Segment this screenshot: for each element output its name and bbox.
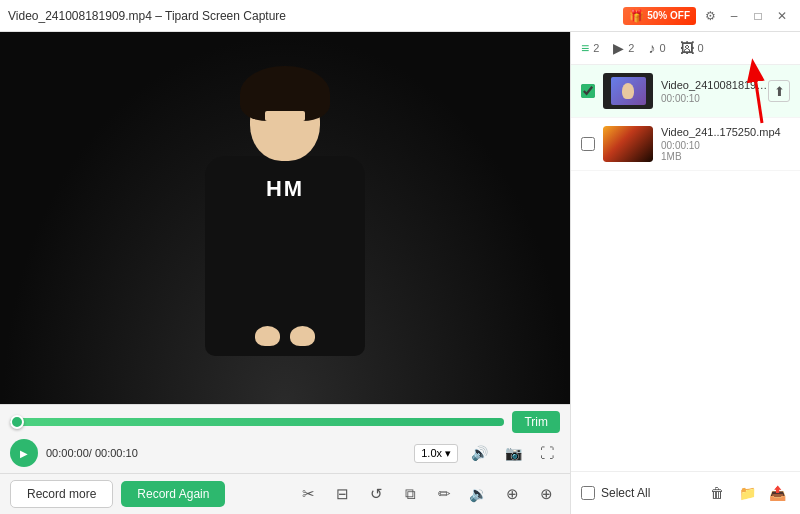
file-name-2: Video_241..175250.mp4 xyxy=(661,126,790,138)
file-list: Video_241008181909.mp4 00:00:10 ⬆ Video_… xyxy=(571,65,800,471)
record-again-button[interactable]: Record Again xyxy=(121,481,225,507)
play-icon: ▶ xyxy=(613,40,624,56)
list-icon: ≡ xyxy=(581,40,589,56)
speed-value: 1.0x xyxy=(421,447,442,459)
file-name-1: Video_241008181909.mp4 xyxy=(661,79,768,91)
file-thumb-1 xyxy=(603,73,653,109)
scissors-icon[interactable]: ✂ xyxy=(294,480,322,508)
refresh-icon[interactable]: ↺ xyxy=(362,480,390,508)
tab-image[interactable]: 🖼 0 xyxy=(680,40,704,56)
more-icon[interactable]: ⊕ xyxy=(532,480,560,508)
video-frame: HM xyxy=(0,32,570,404)
record-more-button[interactable]: Record more xyxy=(10,480,113,508)
tab-audio[interactable]: ♪ 0 xyxy=(648,40,665,56)
video-count: 2 xyxy=(593,42,599,54)
progress-track[interactable] xyxy=(10,418,504,426)
edit-icon[interactable]: ✏ xyxy=(430,480,458,508)
left-panel: HM xyxy=(0,32,570,514)
file-item-2[interactable]: Video_241..175250.mp4 00:00:10 1MB xyxy=(571,118,800,171)
person-figure: HM xyxy=(205,81,365,356)
delete-button[interactable]: 🗑 xyxy=(704,480,730,506)
file-actions-1: ⬆ xyxy=(768,80,790,102)
minimize-button[interactable]: – xyxy=(724,6,744,26)
music-icon: ♪ xyxy=(648,40,655,56)
audio-mix-icon[interactable]: ⊕ xyxy=(498,480,526,508)
promo-text: 50% OFF xyxy=(647,10,690,21)
trim-button[interactable]: Trim xyxy=(512,411,560,433)
play-button[interactable]: ▶ xyxy=(10,439,38,467)
select-all-container: Select All xyxy=(581,486,650,500)
file-checkbox-1[interactable] xyxy=(581,84,595,98)
playback-row: ▶ 00:00:00/ 00:00:10 1.0x ▾ 🔊 📷 ⛶ xyxy=(10,439,560,467)
adjust-icon[interactable]: ⊟ xyxy=(328,480,356,508)
file-info-1: Video_241008181909.mp4 00:00:10 xyxy=(661,79,768,104)
bottom-action-bar: Record more Record Again ✂ ⊟ ↺ ⧉ ✏ 🔉 ⊕ ⊕ xyxy=(0,473,570,514)
fullscreen-icon[interactable]: ⛶ xyxy=(534,440,560,466)
playback-speed[interactable]: 1.0x ▾ xyxy=(414,444,458,463)
volume-icon[interactable]: 🔊 xyxy=(466,440,492,466)
tab-play[interactable]: ▶ 2 xyxy=(613,40,634,56)
audio-count: 0 xyxy=(659,42,665,54)
progress-fill xyxy=(10,418,504,426)
video-area[interactable]: HM xyxy=(0,32,570,404)
list-bottom: Select All 🗑 📁 📤 xyxy=(571,471,800,514)
image-icon: 🖼 xyxy=(680,40,694,56)
gift-icon: 🎁 xyxy=(629,9,644,23)
chevron-down-icon: ▾ xyxy=(445,447,451,460)
file-thumb-2 xyxy=(603,126,653,162)
main-layout: HM xyxy=(0,32,800,514)
audio-adjust-icon[interactable]: 🔉 xyxy=(464,480,492,508)
tab-video[interactable]: ≡ 2 xyxy=(581,40,599,56)
video-player: HM xyxy=(0,32,570,404)
title-bar-left: Video_241008181909.mp4 – Tipard Screen C… xyxy=(8,9,286,23)
camera-icon[interactable]: 📷 xyxy=(500,440,526,466)
settings-icon[interactable]: ⚙ xyxy=(700,6,720,26)
play-count: 2 xyxy=(628,42,634,54)
controls-bar: Trim ▶ 00:00:00/ 00:00:10 1.0x ▾ 🔊 📷 ⛶ xyxy=(0,404,570,473)
maximize-button[interactable]: □ xyxy=(748,6,768,26)
image-count: 0 xyxy=(698,42,704,54)
bottom-icons: ✂ ⊟ ↺ ⧉ ✏ 🔉 ⊕ ⊕ xyxy=(233,480,560,508)
copy-icon[interactable]: ⧉ xyxy=(396,480,424,508)
hm-logo: HM xyxy=(266,176,304,201)
folder-button[interactable]: 📁 xyxy=(734,480,760,506)
title-bar-right: 🎁 50% OFF ⚙ – □ ✕ xyxy=(623,6,792,26)
promo-badge[interactable]: 🎁 50% OFF xyxy=(623,7,696,25)
file-duration-1: 00:00:10 xyxy=(661,93,768,104)
progress-row: Trim xyxy=(10,411,560,433)
export-button[interactable]: 📤 xyxy=(764,480,790,506)
share-button-1[interactable]: ⬆ xyxy=(768,80,790,102)
close-button[interactable]: ✕ xyxy=(772,6,792,26)
time-display: 00:00:00/ 00:00:10 xyxy=(46,447,138,459)
tab-bar: ≡ 2 ▶ 2 ♪ 0 🖼 0 xyxy=(571,32,800,65)
list-action-buttons: 🗑 📁 📤 xyxy=(704,480,790,506)
file-info-2: Video_241..175250.mp4 00:00:10 1MB xyxy=(661,126,790,162)
select-all-checkbox[interactable] xyxy=(581,486,595,500)
file-checkbox-2[interactable] xyxy=(581,137,595,151)
right-panel: ≡ 2 ▶ 2 ♪ 0 🖼 0 xyxy=(570,32,800,514)
person-body: HM xyxy=(205,156,365,356)
file-duration-2: 00:00:10 xyxy=(661,140,790,151)
window-title: Video_241008181909.mp4 – Tipard Screen C… xyxy=(8,9,286,23)
file-size-2: 1MB xyxy=(661,151,790,162)
select-all-label[interactable]: Select All xyxy=(601,486,650,500)
progress-handle[interactable] xyxy=(10,415,24,429)
title-bar: Video_241008181909.mp4 – Tipard Screen C… xyxy=(0,0,800,32)
file-item[interactable]: Video_241008181909.mp4 00:00:10 ⬆ xyxy=(571,65,800,118)
